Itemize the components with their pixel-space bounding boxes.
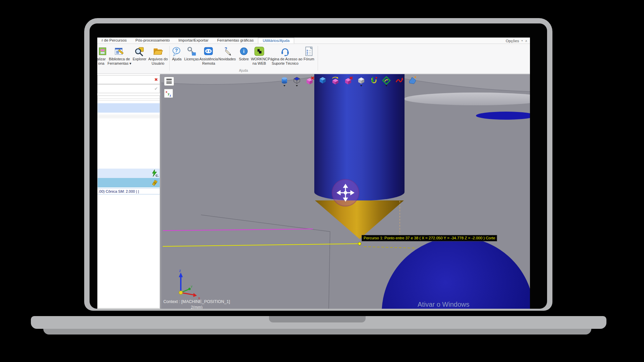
chevron-down-icon[interactable] bbox=[283, 85, 285, 86]
tab-ferramentas-graficas[interactable]: Ferramentas gráficas bbox=[213, 38, 258, 44]
delete-pink-cube-icon[interactable] bbox=[306, 76, 315, 85]
toolpath-curve-icon[interactable] bbox=[395, 76, 404, 85]
chevron-down-icon[interactable] bbox=[296, 85, 298, 86]
workzone-list: C. ↕ .00) Cônica SM: 2.000 | | bbox=[97, 96, 160, 308]
svg-text:z: z bbox=[170, 94, 171, 97]
ribbon-separator bbox=[318, 46, 318, 71]
collapse-ribbon-icon[interactable]: ∧ bbox=[525, 39, 527, 43]
view-cube-wireframe-icon[interactable] bbox=[292, 76, 301, 85]
laptop-base-edge bbox=[43, 329, 591, 335]
chevron-down-icon[interactable]: ▾ bbox=[521, 39, 523, 42]
svg-text:y: y bbox=[168, 92, 169, 96]
increment-status-text: 2(mm) bbox=[191, 305, 203, 309]
svg-text:x: x bbox=[166, 90, 168, 94]
tool-library-icon bbox=[114, 46, 124, 56]
chevron-down-icon[interactable] bbox=[360, 85, 362, 86]
lightning-c-icon: C. bbox=[151, 169, 159, 177]
tab-pos-processamento[interactable]: Pós-processamento bbox=[131, 38, 174, 44]
tool-summary-text[interactable]: .00) Cônica SM: 2.000 | | bbox=[98, 188, 160, 194]
toolpath-point-tooltip: Percurso 1: Ponto entre 37 e 38 ( X = 27… bbox=[362, 235, 497, 241]
user-files-folder-icon bbox=[153, 46, 163, 56]
list-item-selected[interactable] bbox=[98, 103, 160, 113]
sidebar-field-second[interactable]: ✔ bbox=[97, 84, 160, 93]
axis-z-label: z bbox=[179, 268, 181, 273]
svg-text:↕: ↕ bbox=[156, 179, 158, 181]
options-menu[interactable]: Opções bbox=[506, 39, 519, 43]
ribbon-group-caption: Ajuda bbox=[223, 68, 264, 72]
explorer-icon bbox=[135, 46, 145, 56]
drag-hand-icon[interactable] bbox=[408, 76, 416, 85]
check-icon[interactable]: ✔ bbox=[154, 86, 158, 92]
svg-text:C.: C. bbox=[156, 174, 159, 177]
remote-assist-icon bbox=[204, 46, 214, 56]
laptop-hinge-notch bbox=[269, 316, 366, 322]
axis-y-label: y bbox=[191, 285, 193, 288]
toolpath-plunge-icon[interactable] bbox=[370, 76, 378, 85]
viewport-3d[interactable]: Ativar o Windows bbox=[161, 74, 530, 309]
tab-editor-de-percursos[interactable]: r de Percursos bbox=[97, 38, 131, 44]
stock-cylinder-icon[interactable] bbox=[280, 76, 289, 85]
toolpath-row-2-selected[interactable]: ↕ bbox=[98, 178, 160, 187]
ribbon: alizar ona Biblioteca de Ferramentas ▾ bbox=[97, 44, 530, 74]
ribbon-item-forum[interactable]: Fórum bbox=[294, 46, 323, 61]
sidebar-panel: ✖ ✔ C. bbox=[97, 74, 160, 309]
close-icon[interactable]: ✖ bbox=[154, 77, 158, 82]
worknc-web-icon bbox=[254, 46, 264, 56]
chevron-down-icon[interactable] bbox=[385, 85, 387, 86]
worknc-app-window: r de Percursos Pós-processamento Importa… bbox=[97, 38, 530, 309]
rotate-magenta-cube-icon[interactable] bbox=[331, 76, 340, 85]
tab-importar-exportar[interactable]: Importar/Exportar bbox=[174, 38, 213, 44]
viewport-menu-button[interactable] bbox=[164, 77, 174, 86]
stock-gray-cube-icon[interactable] bbox=[357, 76, 366, 85]
context-status-text: Context : [MACHINE_POSITION_1] bbox=[163, 299, 230, 304]
toolpath-diamond-icon[interactable] bbox=[382, 76, 391, 85]
tool-cutter-icon: ↕ bbox=[151, 179, 159, 187]
forum-document-icon bbox=[304, 46, 314, 56]
tab-utilitarios-ajuda[interactable]: Utilitários/Ajuda bbox=[258, 38, 294, 44]
headset-support-icon bbox=[280, 46, 290, 56]
toolpath-row-1[interactable]: C. bbox=[98, 169, 160, 178]
delete-magenta-cube-icon[interactable] bbox=[344, 76, 353, 85]
solid-blue-cube-icon[interactable] bbox=[318, 76, 327, 85]
svg-text:i: i bbox=[243, 49, 245, 54]
orbit-cursor bbox=[331, 178, 360, 207]
menu-bar: r de Percursos Pós-processamento Importa… bbox=[97, 38, 530, 44]
xyz-view-button[interactable]: x y z bbox=[164, 89, 173, 98]
scene: r de Percursos Pós-processamento Importa… bbox=[0, 0, 644, 362]
sidebar-field-top[interactable]: ✖ bbox=[97, 75, 160, 84]
